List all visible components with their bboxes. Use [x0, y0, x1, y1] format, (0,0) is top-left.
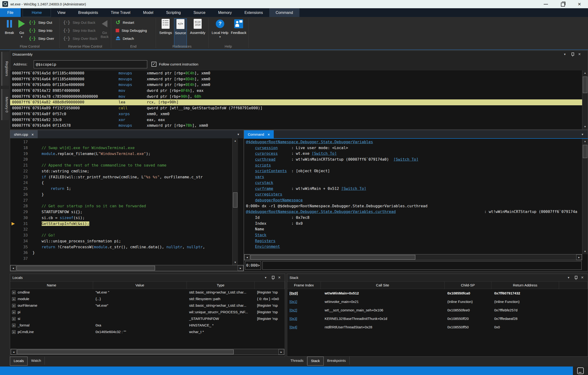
source-line[interactable]: 27: [10, 198, 238, 204]
dx-link[interactable]: @$debuggerRootNamespace.Debugger.State.D…: [246, 209, 396, 214]
locals-hscrollbar[interactable]: [10, 349, 284, 355]
menu-item-command[interactable]: Command: [269, 8, 299, 17]
close-icon[interactable]: [578, 52, 582, 57]
dx-link[interactable]: Registers: [255, 239, 276, 243]
source-button[interactable]: Source: [174, 18, 187, 48]
dx-link[interactable]: [Switch To]: [393, 157, 418, 162]
scroll-right-icon[interactable]: [576, 254, 582, 260]
source-line[interactable]: 24 {: [10, 180, 238, 186]
locals-row-formal[interactable]: _formal0xaHINSTANCE_ *: [10, 322, 285, 329]
stack-frame-row[interactable]: [0x3]KERNEL32!BaseThreadInitThunk+0x1d0x…: [287, 314, 588, 323]
step-out-back-button[interactable]: {↑}Step Out Back: [62, 18, 99, 26]
chevron-down-icon[interactable]: [582, 132, 586, 136]
tab-command[interactable]: Command: [244, 130, 274, 138]
menu-item-breakpoints[interactable]: Breakpoints: [72, 8, 105, 17]
disasm-line[interactable]: 00007ff6`07914a640f1185d4000000movupsxmm…: [10, 76, 582, 82]
expand-icon[interactable]: [12, 324, 16, 327]
source-line[interactable]: 17: [10, 139, 238, 145]
stack-frame-row[interactable]: [0x4]ntdll!RtlUserThreadStart+0x280x1085…: [287, 323, 588, 332]
expand-icon[interactable]: [12, 297, 16, 301]
disasm-line[interactable]: 00007ff6`07914a78c7859000000068000000mov…: [10, 94, 582, 100]
side-tab-registers[interactable]: Registers: [1, 52, 9, 86]
feedback-button[interactable]: Feedback: [230, 18, 247, 35]
disasm-line[interactable]: 00007ff6`07914a6b0f1185e4000000movupsxmm…: [10, 82, 582, 88]
scroll-up-icon[interactable]: [582, 139, 588, 144]
stack-column-return-address[interactable]: Return Address: [491, 282, 559, 289]
dx-link[interactable]: scriptContents: [255, 169, 287, 173]
stack-frame-row[interactable]: [0x0]wt!wWinMain+0x5120x108550fca00x7ff6…: [287, 289, 588, 298]
dx-link[interactable]: [Switch To]: [341, 186, 366, 191]
step-over-back-button[interactable]: {←}Step Over Back: [62, 34, 99, 42]
source-line[interactable]: 23 if (FAILED(wil::str_printf_nothrow(cm…: [10, 174, 238, 180]
menu-item-scripting[interactable]: Scripting: [160, 8, 187, 17]
source-line[interactable]: 26 }: [10, 192, 238, 198]
locals-row-pcmdline[interactable]: pCmdLine0x1465e604c32 : ""wchar_t *: [10, 329, 285, 335]
locals-row-ourfilename[interactable]: ourFilename"wt.exe"std::basic_string<wch…: [10, 302, 285, 309]
dx-link[interactable]: curstack: [255, 180, 273, 185]
expand-icon[interactable]: [12, 330, 16, 334]
close-tab-icon[interactable]: [31, 132, 34, 136]
scrollbar-thumb[interactable]: [17, 350, 234, 354]
scroll-right-icon[interactable]: [238, 265, 243, 271]
scroll-left-icon[interactable]: [244, 254, 250, 260]
source-line[interactable]: 29 STARTUPINFOW si{};: [10, 209, 238, 215]
source-line[interactable]: 34 wil::unique_process_information pi;: [10, 238, 238, 244]
stack-column-child-sp[interactable]: Child-SP: [444, 282, 491, 289]
source-line[interactable]: 31 GetStartupInfoW(&si);: [10, 221, 238, 227]
scroll-right-icon[interactable]: [278, 349, 284, 355]
tool-tab-watch[interactable]: Watch: [28, 357, 45, 365]
chevron-down-icon[interactable]: [264, 276, 269, 280]
close-icon[interactable]: [277, 276, 282, 280]
scrollbar-thumb[interactable]: [583, 77, 587, 93]
step-into-back-button[interactable]: {↓}Step Into Back: [62, 26, 99, 34]
expand-icon[interactable]: [12, 311, 16, 314]
chevron-down-icon[interactable]: [567, 276, 572, 280]
source-line[interactable]: 30 si.cb = sizeof(si);: [10, 215, 238, 221]
source-line[interactable]: 19 module.replace_filename(L"WindowsTerm…: [10, 151, 238, 157]
source-line[interactable]: 20: [10, 157, 238, 163]
go-dropdown-caret[interactable]: [21, 35, 23, 39]
dx-link[interactable]: Stack: [255, 233, 266, 237]
dx-link[interactable]: curprocess: [255, 151, 278, 156]
frame-index-link[interactable]: [0x0]: [290, 291, 298, 295]
disasm-line[interactable]: 00007ff6`07914a89ff1571950000callqword p…: [10, 105, 582, 111]
dx-link[interactable]: curregisters: [255, 192, 283, 197]
scrollbar-thumb[interactable]: [17, 266, 155, 271]
side-tab-memory-0[interactable]: Memory 0: [1, 89, 9, 120]
menu-item-memory[interactable]: Memory: [212, 8, 238, 17]
dx-link[interactable]: debuggerRootNamespace: [255, 198, 303, 202]
follow-current-instruction-checkbox[interactable]: [151, 62, 157, 67]
command-hscrollbar[interactable]: [244, 254, 582, 260]
source-line[interactable]: 33 // Go!: [10, 232, 238, 238]
frame-index-link[interactable]: [0x1]: [290, 300, 297, 304]
locals-row-cmdline[interactable]: cmdline"wt.exe "std::basic_string<wchar_…: [10, 289, 285, 296]
source-line[interactable]: 35 return !CreateProcessW(module.c_str()…: [10, 244, 238, 250]
source-line[interactable]: 22 std::wstring cmdline;: [10, 168, 238, 174]
menu-item-view[interactable]: View: [51, 8, 72, 17]
minimize-button[interactable]: [540, 0, 551, 8]
scroll-up-icon[interactable]: [232, 138, 238, 144]
tool-tab-locals[interactable]: Locals: [10, 357, 28, 365]
disassembly-vscrollbar[interactable]: [582, 70, 588, 129]
source-line[interactable]: 28 // Get our startup info so it can be …: [10, 203, 238, 209]
tab-shim-cpp[interactable]: shim.cpp: [10, 130, 38, 138]
close-tab-icon[interactable]: [267, 132, 270, 136]
dx-link[interactable]: scripts: [255, 163, 271, 167]
menu-item-extensions[interactable]: Extensions: [238, 8, 269, 17]
step-over-button[interactable]: {→}Step Over: [27, 34, 59, 42]
source-vscrollbar[interactable]: [232, 138, 238, 265]
locals-row-pi[interactable]: piwil::unique_struct<_PROCESS_INF...[Reg…: [10, 309, 285, 315]
disasm-line[interactable]: 00007ff6`07914a940f114578movupsxmmword p…: [10, 123, 582, 129]
pin-icon[interactable]: [570, 52, 575, 57]
console-icon[interactable]: [577, 367, 584, 374]
tool-tab-threads[interactable]: Threads: [287, 357, 307, 365]
stack-column-frame-index[interactable]: Frame Index: [287, 282, 321, 289]
scroll-down-icon[interactable]: [232, 260, 238, 265]
expand-icon[interactable]: [12, 291, 16, 294]
source-line[interactable]: 18 // Swap wt[d].exe for WindowsTerminal…: [10, 145, 238, 151]
menu-item-source[interactable]: Source: [187, 8, 212, 17]
close-icon[interactable]: [580, 276, 585, 280]
menu-item-home[interactable]: Home: [23, 8, 51, 17]
dx-link[interactable]: [Switch To]: [312, 151, 337, 156]
menu-item-file[interactable]: File: [0, 8, 21, 17]
